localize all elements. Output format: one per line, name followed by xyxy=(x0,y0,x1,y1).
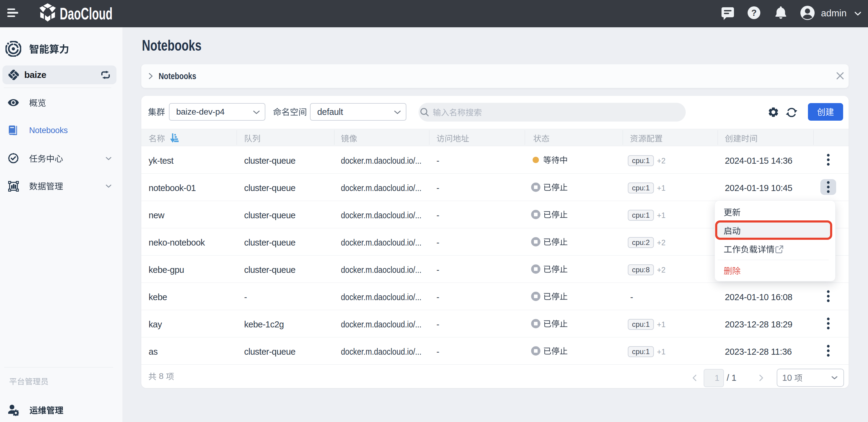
svg-text:?: ? xyxy=(751,8,757,18)
